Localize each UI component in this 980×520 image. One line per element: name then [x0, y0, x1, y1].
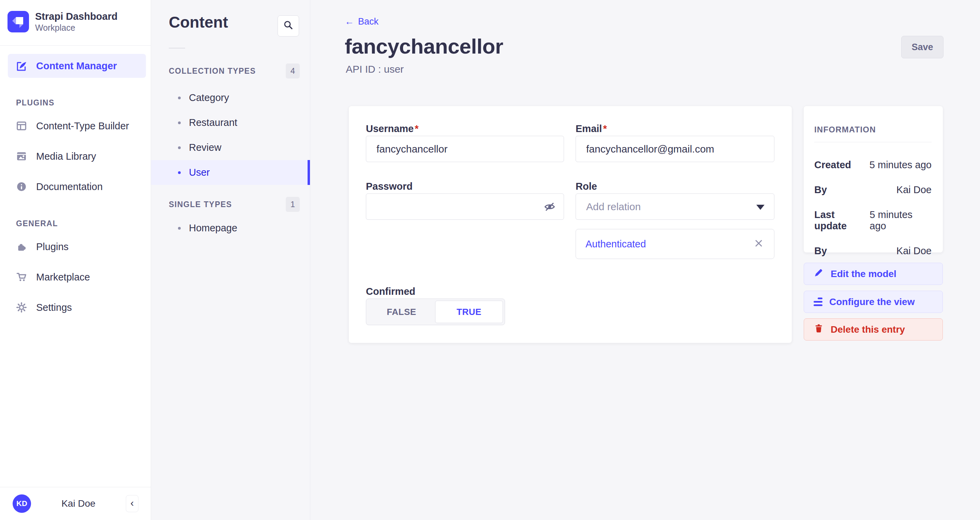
info-row-last-update: Last update 5 minutes ago [814, 209, 932, 232]
sidebar-item-media-library[interactable]: Media Library [8, 144, 146, 168]
layout-grid-icon [16, 120, 27, 131]
bullet-icon [178, 97, 181, 99]
page-title: fancychancellor [345, 34, 503, 58]
role-relation-item: Authenticated [576, 229, 775, 259]
eye-off-icon[interactable] [544, 201, 556, 213]
collection-type-restaurant[interactable]: Restaurant [151, 110, 310, 135]
collection-type-category[interactable]: Category [151, 85, 310, 110]
remove-relation-icon[interactable] [753, 238, 765, 250]
username-input[interactable] [366, 136, 564, 162]
back-arrow-icon: ← [345, 16, 354, 27]
information-divider [814, 142, 932, 142]
list-item-label: Category [189, 92, 229, 104]
delete-entry-button[interactable]: Delete this entry [804, 318, 943, 341]
sidebar-item-label: Plugins [36, 241, 68, 252]
api-id-subtitle: API ID : user [346, 64, 404, 75]
sidebar-footer: KD Kai Doe ‹ [0, 487, 151, 520]
sidebar-item-label: Marketplace [36, 271, 90, 283]
edit-model-button[interactable]: Edit the model [804, 263, 943, 285]
single-types-header: SINGLE TYPES 1 [151, 197, 310, 212]
information-card: INFORMATION Created 5 minutes ago By Kai… [804, 106, 943, 252]
workspace-name: Workplace [35, 22, 118, 33]
sidebar-item-content-type-builder[interactable]: Content-Type Builder [8, 114, 146, 138]
sidebar-item-content-manager[interactable]: Content Manager [8, 54, 146, 78]
button-label: Delete this entry [830, 324, 905, 335]
required-asterisk: * [603, 123, 607, 134]
feather-pen-icon [16, 61, 27, 71]
cart-icon [16, 271, 27, 282]
sidebar-item-label: Settings [36, 302, 72, 313]
bullet-icon [178, 121, 181, 124]
bullet-icon [178, 171, 181, 174]
save-button[interactable]: Save [901, 36, 943, 58]
email-input[interactable] [576, 136, 775, 162]
username-label: Username* [366, 123, 564, 133]
collection-type-review[interactable]: Review [151, 135, 310, 160]
configure-view-button[interactable]: Configure the view [804, 291, 943, 313]
single-types-label: SINGLE TYPES [169, 200, 232, 209]
info-row-updated-by: By Kai Doe [814, 245, 932, 257]
back-label: Back [358, 16, 379, 27]
content-subnav-panel: Content COLLECTION TYPES 4 Category Rest… [151, 0, 310, 520]
confirmed-field-group: Confirmed FALSE TRUE [366, 286, 775, 325]
role-label: Role [576, 181, 775, 191]
relation-link[interactable]: Authenticated [585, 239, 646, 250]
content-panel-title: Content [169, 13, 228, 31]
password-field-group: Password [366, 181, 564, 259]
sidebar-nav: Content Manager PLUGINS Content-Type Bui… [8, 54, 146, 319]
role-field-group: Role Add relation Authenticated [576, 181, 775, 259]
configure-lines-icon [814, 298, 822, 306]
role-placeholder: Add relation [586, 201, 641, 212]
sidebar-item-label: Content-Type Builder [36, 120, 129, 132]
main-content: ← Back fancychancellor API ID : user Sav… [311, 0, 980, 520]
button-label: Configure the view [829, 297, 915, 308]
password-label: Password [366, 181, 564, 191]
search-icon [283, 19, 294, 32]
required-asterisk: * [415, 123, 418, 134]
bullet-icon [178, 147, 181, 149]
toggle-true-option[interactable]: TRUE [435, 301, 503, 323]
user-name: Kai Doe [31, 498, 126, 509]
sidebar-divider [0, 45, 151, 46]
sidebar-item-settings[interactable]: Settings [8, 295, 146, 319]
sidebar-item-label: Documentation [36, 181, 103, 193]
single-types-list: Homepage [151, 215, 310, 241]
collection-types-label: COLLECTION TYPES [169, 67, 256, 76]
single-type-homepage[interactable]: Homepage [151, 215, 310, 241]
list-item-label: User [189, 167, 210, 178]
picture-icon [16, 151, 27, 162]
info-circle-icon [16, 181, 27, 192]
role-select[interactable]: Add relation [576, 193, 775, 220]
information-heading: INFORMATION [814, 125, 932, 134]
sidebar-item-plugins[interactable]: Plugins [8, 235, 146, 258]
confirmed-label: Confirmed [366, 286, 775, 296]
workspace-switcher[interactable]: Strapi Dashboard Workplace [8, 10, 118, 33]
search-button[interactable] [278, 15, 299, 37]
toggle-false-option[interactable]: FALSE [368, 301, 435, 323]
confirmed-toggle: FALSE TRUE [366, 298, 505, 325]
content-panel-divider [169, 48, 185, 48]
list-item-label: Homepage [189, 222, 237, 234]
collection-types-list: Category Restaurant Review User [151, 85, 310, 185]
single-types-count-badge: 1 [286, 197, 300, 212]
sidebar-collapse-button[interactable]: ‹ [126, 495, 138, 512]
sidebar-section-general: GENERAL [8, 219, 146, 228]
puzzle-icon [16, 241, 27, 252]
sidebar-item-documentation[interactable]: Documentation [8, 175, 146, 199]
sidebar-item-label: Content Manager [36, 61, 117, 72]
app-sidebar: Strapi Dashboard Workplace Content Manag… [0, 0, 151, 520]
sidebar-section-plugins: PLUGINS [8, 98, 146, 107]
password-input[interactable] [366, 193, 564, 220]
info-row-created-by: By Kai Doe [814, 184, 932, 196]
list-item-label: Restaurant [189, 117, 237, 128]
sidebar-item-label: Media Library [36, 151, 96, 162]
app-title: Strapi Dashboard [35, 10, 118, 22]
gear-icon [16, 302, 27, 313]
sidebar-item-marketplace[interactable]: Marketplace [8, 265, 146, 289]
collection-type-user[interactable]: User [151, 160, 310, 185]
back-link[interactable]: ← Back [345, 16, 379, 27]
button-label: Edit the model [830, 268, 896, 279]
email-label: Email* [576, 123, 775, 133]
collection-types-count-badge: 4 [286, 64, 300, 78]
user-avatar[interactable]: KD [13, 494, 31, 513]
